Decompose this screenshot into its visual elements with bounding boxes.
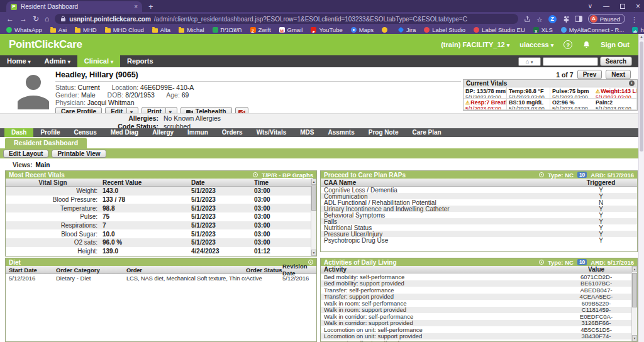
browser-tab[interactable]: P Resident Dashboard	[6, 1, 142, 12]
clinical-tab[interactable]: Care Plan	[406, 128, 448, 137]
close-icon[interactable]	[636, 2, 640, 11]
new-tab-button[interactable]	[148, 3, 153, 11]
search-button[interactable]: Search	[600, 57, 632, 66]
bookmark-item[interactable]: XLS	[533, 26, 553, 33]
patient-physician-line: Physician: Jacqui Whitman	[55, 99, 144, 106]
z-extension-icon[interactable]: Z	[548, 15, 557, 23]
panel-menu-icon[interactable]	[539, 172, 544, 177]
clinical-tab[interactable]: Assmnts	[321, 128, 361, 137]
scroll-down-icon[interactable]	[632, 335, 637, 341]
scroll-thumb[interactable]	[632, 273, 637, 307]
bookmark-icon	[424, 27, 430, 33]
bookmark-item[interactable]: habitu	[632, 26, 644, 33]
back-icon[interactable]	[6, 15, 14, 23]
vitals-panel-header: Most Recent Vitals T/P/R - BP Graphs	[6, 171, 316, 179]
bookmark-item[interactable]: Zwift	[250, 26, 271, 33]
scroll-thumb[interactable]	[640, 41, 643, 152]
bookmark-item[interactable]: MHD Cloud	[105, 26, 144, 33]
search-scope-dropdown[interactable]	[518, 57, 541, 66]
browser-menu-icon[interactable]	[631, 13, 638, 25]
raps-column-headers: CAA Name Triggered	[321, 179, 637, 187]
nav-item[interactable]: Admin	[38, 55, 77, 67]
restore-icon[interactable]	[620, 4, 625, 9]
bookmark-item[interactable]: YouTube	[311, 26, 342, 33]
bookmark-item[interactable]: Jira	[398, 26, 416, 33]
raps-row: Falls Y	[321, 218, 637, 224]
bookmark-item[interactable]: WhatsApp	[6, 26, 42, 33]
share-icon[interactable]	[524, 16, 531, 23]
scroll-thumb[interactable]	[311, 185, 316, 211]
scroll-up-icon[interactable]	[311, 179, 316, 185]
raps-row: Cognitive Loss / Dementia Y	[321, 187, 637, 193]
sign-out-link[interactable]: Sign Out	[601, 41, 630, 48]
bookmark-item[interactable]: Alta	[152, 26, 170, 33]
url-domain: usnpint.pointclickcare.com	[69, 16, 150, 23]
clinical-tab[interactable]: Orders	[215, 128, 250, 137]
bookmark-star-icon[interactable]	[536, 13, 543, 25]
reload-icon[interactable]	[33, 15, 39, 23]
bookmark-item[interactable]	[382, 27, 390, 33]
minimize-icon[interactable]	[603, 3, 609, 9]
panel-menu-icon[interactable]	[253, 172, 258, 177]
forward-icon[interactable]	[19, 15, 27, 23]
profile-avatar: A	[590, 15, 597, 23]
prev-resident-button[interactable]: Prev	[577, 70, 602, 79]
panel-menu-icon[interactable]	[539, 260, 544, 265]
clinical-tab[interactable]: Allergy	[145, 128, 180, 137]
nav-item[interactable]: Reports	[120, 55, 160, 67]
panel-menu-icon[interactable]	[308, 260, 313, 265]
clinical-tab[interactable]: Dash	[4, 128, 33, 137]
most-recent-vitals-panel: Most Recent Vitals T/P/R - BP Graphs Vit…	[5, 170, 317, 256]
caret-down-icon	[26, 57, 31, 65]
side-panel-icon[interactable]	[575, 16, 582, 22]
user-menu[interactable]: uiaccess	[519, 41, 553, 48]
adl-scrollbar[interactable]	[631, 266, 637, 341]
vitals-scrollbar[interactable]	[311, 179, 316, 256]
bookmark-item[interactable]: Gmail	[279, 26, 303, 33]
page-scrollbar[interactable]	[638, 34, 644, 342]
nav-item[interactable]: Home	[0, 55, 38, 67]
bookmark-item[interactable]: Maps	[351, 26, 374, 33]
bookmark-item[interactable]: Michal	[179, 26, 204, 33]
adl-row: Bed mobility: support provided BE6107BC-	[321, 280, 637, 287]
extensions-puzzle-icon[interactable]	[562, 16, 569, 23]
vitals-row: Blood Sugar: 10.0 5/1/2023 03:00	[6, 229, 316, 238]
caret-down-icon	[549, 41, 554, 48]
bookmark-item[interactable]: חשבונית	[213, 26, 242, 33]
clinical-tab[interactable]: Prog Note	[362, 128, 406, 137]
views-label: Views:	[13, 162, 33, 168]
nav-item[interactable]: Clinical	[77, 55, 120, 67]
scroll-down-icon[interactable]	[311, 250, 316, 256]
next-resident-button[interactable]: Next	[606, 70, 631, 79]
edit-layout-button[interactable]: Edit Layout	[3, 150, 48, 158]
resident-dashboard-tab[interactable]: Resident Dashboard	[5, 138, 87, 148]
scroll-up-icon[interactable]	[639, 34, 644, 40]
info-icon[interactable]	[629, 80, 635, 86]
clinical-tab[interactable]: Profile	[33, 128, 67, 137]
clinical-tab[interactable]: Wts/Vitals	[250, 128, 294, 137]
clinical-tab[interactable]: Immun	[180, 128, 215, 137]
home-icon[interactable]	[45, 15, 49, 23]
bell-icon[interactable]	[582, 41, 591, 49]
bookmark-item[interactable]: Asi	[50, 26, 67, 33]
tpr-bp-graphs-link[interactable]: T/P/R - BP Graphs	[262, 172, 313, 179]
browser-profile-button[interactable]: A Paused	[588, 14, 625, 24]
header-right: (train) FACILITY_12 uiaccess Sign Out	[441, 40, 630, 49]
clinical-tab[interactable]: Med Diag	[104, 128, 145, 137]
bookmark-item[interactable]: MyAltaConnect - R...	[561, 26, 625, 33]
tab-title: Resident Dashboard	[21, 3, 130, 10]
clinical-tab[interactable]: Census	[67, 128, 104, 137]
bookmark-item[interactable]: Label Studio	[424, 26, 465, 33]
views-value[interactable]: Main	[36, 162, 50, 168]
facility-selector[interactable]: (train) FACILITY_12	[441, 41, 509, 48]
printable-view-button[interactable]: Printable View	[52, 150, 106, 158]
url-bar[interactable]: usnpint.pointclickcare.com/admin/client/…	[55, 14, 518, 24]
clinical-tab[interactable]: MDS	[293, 128, 321, 137]
chevron-down-icon[interactable]	[588, 3, 592, 9]
tab-close-icon[interactable]	[134, 4, 138, 10]
help-icon[interactable]	[564, 40, 572, 49]
resident-search-input[interactable]	[543, 57, 598, 66]
bookmark-item[interactable]: Label Studio EU	[474, 26, 525, 33]
bookmark-item[interactable]: MHD	[75, 26, 97, 33]
scroll-up-icon[interactable]	[632, 266, 637, 272]
